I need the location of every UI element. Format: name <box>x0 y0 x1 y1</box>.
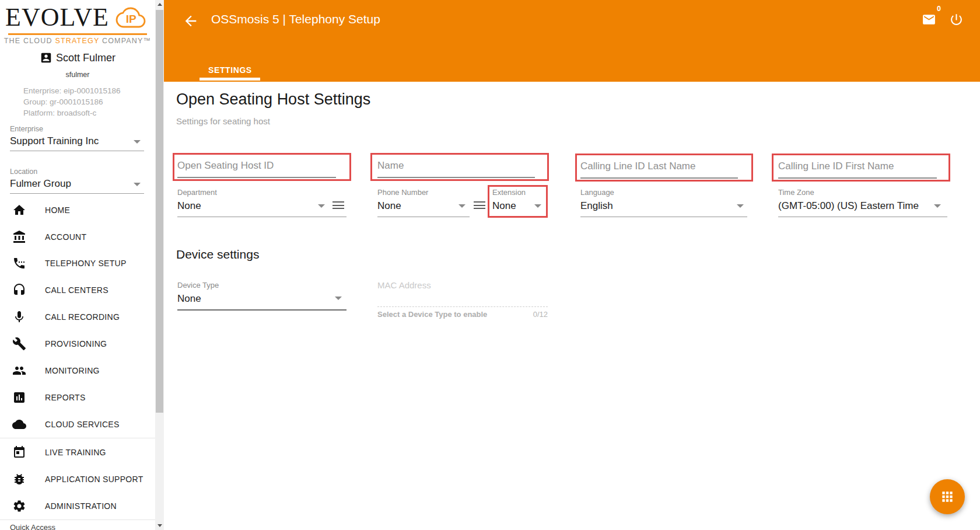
mac-helper-text: Select a Device Type to enable <box>377 310 487 319</box>
time-zone-value: (GMT-05:00) (US) Eastern Time <box>778 200 947 212</box>
scrollbar-down-arrow[interactable] <box>155 521 164 530</box>
chevron-down-icon[interactable] <box>134 140 141 144</box>
phone-settings-icon <box>12 256 26 270</box>
app-header: OSSmosis 5 | Telephony Setup 0 SETTINGS <box>164 0 980 82</box>
sidebar-item-account[interactable]: ACCOUNT <box>0 224 155 250</box>
chevron-down-icon[interactable] <box>737 204 744 208</box>
enterprise-value: Support Training Inc <box>10 135 144 147</box>
name-field[interactable]: Name <box>377 160 543 178</box>
chevron-down-icon[interactable] <box>318 204 325 208</box>
device-type-value: None <box>177 293 346 305</box>
device-type-dropdown[interactable]: Device Type None <box>177 281 346 311</box>
account-box-icon <box>40 51 52 64</box>
department-dropdown[interactable]: Department None <box>177 188 346 217</box>
enterprise-label: Enterprise <box>10 125 144 133</box>
user-row: Scott Fulmer <box>0 51 155 64</box>
logo-brand-text: EVOLVE <box>5 4 109 32</box>
bar-chart-icon <box>12 390 26 405</box>
sidebar-item-cloud-services[interactable]: CLOUD SERVICES <box>0 411 155 438</box>
sidebar-item-administration[interactable]: ADMINISTRATION <box>0 493 155 519</box>
arrow-back-icon <box>183 13 199 29</box>
evolve-ip-logo: EVOLVE IP <box>0 4 155 32</box>
headset-icon <box>12 283 26 297</box>
time-zone-label: Time Zone <box>778 188 947 197</box>
gear-icon <box>12 499 26 513</box>
sidebar-item-home[interactable]: HOME <box>0 197 155 224</box>
home-icon <box>12 203 26 217</box>
mac-address-label: MAC Address <box>377 280 548 290</box>
logout-button[interactable] <box>949 12 964 29</box>
sidebar-item-live-training[interactable]: LIVE TRAINING <box>0 439 155 466</box>
mail-button[interactable]: 0 <box>922 12 936 29</box>
extension-dropdown[interactable]: Extension None <box>492 188 544 212</box>
mac-disabled-underline <box>377 306 548 307</box>
host-id-placeholder: Open Seating Host ID <box>177 160 346 172</box>
tab-settings[interactable]: SETTINGS <box>208 65 252 75</box>
chevron-down-icon[interactable] <box>335 297 342 300</box>
cloud-ip-logo-icon: IP <box>111 4 150 32</box>
sidebar-item-reports[interactable]: REPORTS <box>0 384 155 411</box>
apps-grid-icon <box>940 489 955 504</box>
language-value: English <box>580 200 747 212</box>
sidebar-item-provisioning[interactable]: PROVISIONING <box>0 330 155 357</box>
chevron-down-icon[interactable] <box>534 204 541 208</box>
logo-tagline: THE CLOUD STRATEGY COMPANY™ <box>0 37 155 45</box>
sidebar: EVOLVE IP THE CLOUD STRATEGY COMPANY™ Sc… <box>0 0 155 530</box>
microphone-icon <box>12 310 26 324</box>
phone-number-list-menu-icon[interactable] <box>474 201 485 210</box>
mail-badge: 0 <box>937 5 941 13</box>
department-label: Department <box>177 188 346 197</box>
phone-number-dropdown[interactable]: Phone Number None <box>377 188 470 217</box>
user-group-line: Group: gr-0001015186 <box>23 96 121 107</box>
user-name: Scott Fulmer <box>56 52 116 64</box>
chevron-down-icon[interactable] <box>134 183 141 186</box>
time-zone-dropdown[interactable]: Time Zone (GMT-05:00) (US) Eastern Time <box>778 188 947 217</box>
cloud-icon <box>12 417 26 431</box>
sidebar-item-application-support[interactable]: APPLICATION SUPPORT <box>0 466 155 493</box>
sidebar-item-monitoring[interactable]: MONITORING <box>0 357 155 384</box>
scrollbar-thumb[interactable] <box>156 10 163 413</box>
user-enterprise-line: Enterprise: eip-0001015186 <box>23 85 121 96</box>
sidebar-item-telephony-setup[interactable]: TELEPHONY SETUP <box>0 250 155 277</box>
sidebar-item-call-centers[interactable]: CALL CENTERS <box>0 277 155 304</box>
chevron-down-icon[interactable] <box>934 204 941 208</box>
device-settings-title: Device settings <box>176 247 259 261</box>
extension-label: Extension <box>492 188 544 197</box>
location-label: Location <box>10 168 144 176</box>
calling-line-id-last-name-field[interactable]: Calling Line ID Last Name <box>580 161 747 179</box>
device-type-label: Device Type <box>177 281 346 290</box>
bank-icon <box>12 230 26 244</box>
enterprise-select[interactable]: Enterprise Support Training Inc <box>10 125 144 151</box>
sidebar-scrollbar[interactable] <box>155 0 164 530</box>
location-value: Fulmer Group <box>10 178 144 190</box>
wrench-icon <box>12 337 26 351</box>
power-icon <box>949 12 964 27</box>
mail-icon <box>922 12 936 27</box>
calling-line-id-first-name-field[interactable]: Calling Line ID First Name <box>778 161 945 179</box>
page-title: Open Seating Host Settings <box>176 90 370 109</box>
name-placeholder: Name <box>377 160 543 172</box>
tab-active-underline <box>200 78 260 81</box>
phone-number-label: Phone Number <box>377 188 470 197</box>
clid-first-placeholder: Calling Line ID First Name <box>778 161 945 172</box>
user-meta: Enterprise: eip-0001015186 Group: gr-000… <box>23 85 121 118</box>
main-area: OSSmosis 5 | Telephony Setup 0 SETTINGS <box>164 0 980 530</box>
chevron-down-icon[interactable] <box>459 204 466 208</box>
language-label: Language <box>580 188 747 197</box>
sidebar-item-call-recording[interactable]: CALL RECORDING <box>0 304 155 330</box>
nav-divider <box>0 438 155 438</box>
quick-access-label: Quick Access <box>10 523 55 530</box>
user-platform-line: Platform: broadsoft-c <box>23 107 121 118</box>
department-list-menu-icon[interactable] <box>332 201 344 210</box>
mac-address-field: MAC Address Select a Device Type to enab… <box>377 280 548 290</box>
back-button[interactable] <box>183 13 199 29</box>
scrollbar-up-arrow[interactable] <box>155 0 164 9</box>
location-select[interactable]: Location Fulmer Group <box>10 168 144 194</box>
language-dropdown[interactable]: Language English <box>580 188 747 217</box>
quick-actions-fab[interactable] <box>930 479 965 514</box>
open-seating-host-id-field[interactable]: Open Seating Host ID <box>177 160 346 178</box>
people-icon <box>12 364 26 378</box>
page-subtitle: Settings for seating host <box>176 116 270 126</box>
bug-icon <box>12 472 26 486</box>
user-login: sfulmer <box>0 71 155 79</box>
